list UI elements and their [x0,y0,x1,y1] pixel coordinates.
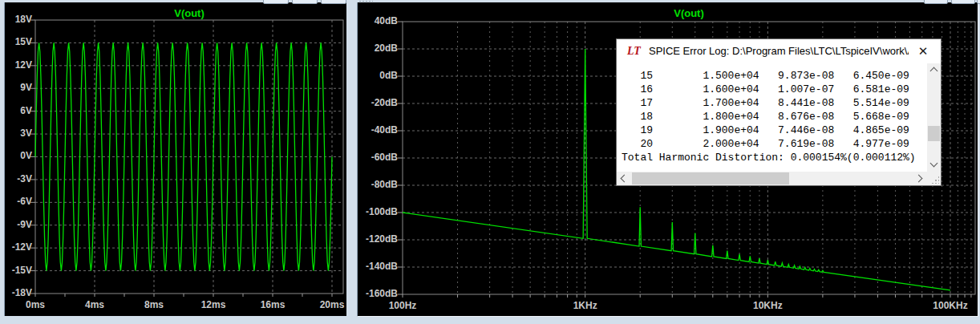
scroll-left-button[interactable] [617,172,630,185]
dialog-titlebar[interactable]: LT SPICE Error Log: D:\Program Files\LTC… [617,39,941,64]
time-domain-plot[interactable] [5,2,346,316]
chevron-down-icon [930,160,938,168]
vertical-scrollbar[interactable] [927,63,941,172]
y-axis-label: -100dB [358,207,398,217]
x-axis-label: 0ms [11,300,59,310]
y-axis-label: -80dB [358,180,398,190]
dialog-title: SPICE Error Log: D:\Program Files\LTC\LT… [649,39,909,63]
bottom-strip [0,316,980,324]
y-axis-label: 40dB [358,16,398,26]
harmonic-row: 18 1.800e+04 8.676e-08 5.668e-09 [622,110,926,124]
y-axis-label: 20dB [358,43,398,54]
chevron-left-icon [621,175,629,183]
y-axis-label: 0V [5,151,32,161]
x-axis-label: 8ms [130,300,178,310]
harmonic-row: 17 1.700e+04 8.441e-08 5.514e-09 [622,96,926,110]
scrollbar-corner [927,172,941,185]
y-axis-label: -20dB [358,98,398,108]
harmonic-row: 15 1.500e+04 9.873e-08 6.450e-09 [622,69,926,83]
vertical-scroll-thumb[interactable] [928,126,940,141]
x-axis-label: 1KHz [561,301,609,311]
y-axis-label: 18V [5,14,32,25]
x-axis-label: 100KHz [926,301,974,311]
x-axis-label: 10KHz [743,301,792,311]
y-axis-label: -18V [5,288,32,298]
y-axis-label: 6V [5,106,32,116]
window-button-fragment[interactable] [924,0,948,4]
x-axis-label: 12ms [189,300,237,310]
window-button-fragment[interactable] [321,0,346,4]
ltspice-window: { "app": { "left_plot_title": "V(out)", … [0,0,980,324]
resize-grip[interactable] [931,176,939,184]
y-axis-label: 0dB [358,71,398,81]
window-button-fragment[interactable] [977,0,980,4]
y-axis-label: 9V [5,83,32,93]
horizontal-scroll-thumb[interactable] [632,172,789,184]
y-axis-label: -6V [5,196,32,207]
y-axis-label: -15V [5,265,32,276]
scroll-up-button[interactable] [927,63,941,77]
plot-title-left: V(out) [157,7,221,19]
y-axis-label: -40dB [358,125,398,136]
harmonic-row: 19 1.900e+04 7.446e-08 4.865e-09 [622,124,926,137]
top-strip [0,0,980,2]
y-axis-label: -3V [5,174,32,184]
y-axis-label: -120dB [358,234,398,245]
dialog-content: 15 1.500e+04 9.873e-08 6.450e-09 16 1.60… [617,63,941,185]
y-axis-label: -12V [5,242,32,253]
scroll-right-button[interactable] [913,172,927,185]
y-axis-label: -140dB [358,261,398,272]
thd-summary: Total Harmonic Distortion: 0.000154%(0.0… [622,151,926,164]
y-axis-label: 15V [5,37,32,47]
chevron-up-icon [930,67,938,75]
y-axis-label: 3V [5,128,32,139]
plot-title-right: V(out) [657,7,721,19]
window-button-fragment[interactable] [292,0,318,4]
toolbar-fragment [358,0,373,2]
harmonic-table: 15 1.500e+04 9.873e-08 6.450e-09 16 1.60… [622,69,926,164]
spice-error-log-dialog: LT SPICE Error Log: D:\Program Files\LTC… [616,38,942,186]
harmonic-row: 20 2.000e+04 7.619e-08 4.977e-09 [622,137,926,151]
time-domain-pane[interactable]: V(out) 18V15V12V9V6V3V0V-3V-6V-9V-12V-15… [4,2,347,317]
x-axis-label: 4ms [71,300,119,310]
x-axis-label: 20ms [308,300,347,310]
window-button-fragment[interactable] [263,0,289,4]
y-axis-label: 12V [5,60,32,71]
x-axis-label: 100Hz [379,301,427,311]
harmonic-row: 16 1.600e+04 1.007e-07 6.581e-09 [622,83,926,96]
scroll-down-button[interactable] [927,158,941,172]
lt-logo-icon: LT [627,45,642,58]
y-axis-label: -160dB [358,289,398,299]
horizontal-scrollbar[interactable] [617,172,927,185]
chevron-right-icon [915,175,923,183]
x-axis-label: 16ms [249,300,297,310]
close-icon[interactable]: ✕ [913,43,933,60]
pane-divider [346,0,358,324]
window-button-fragment[interactable] [951,0,975,4]
y-axis-label: -9V [5,220,32,230]
y-axis-label: -60dB [358,152,398,163]
